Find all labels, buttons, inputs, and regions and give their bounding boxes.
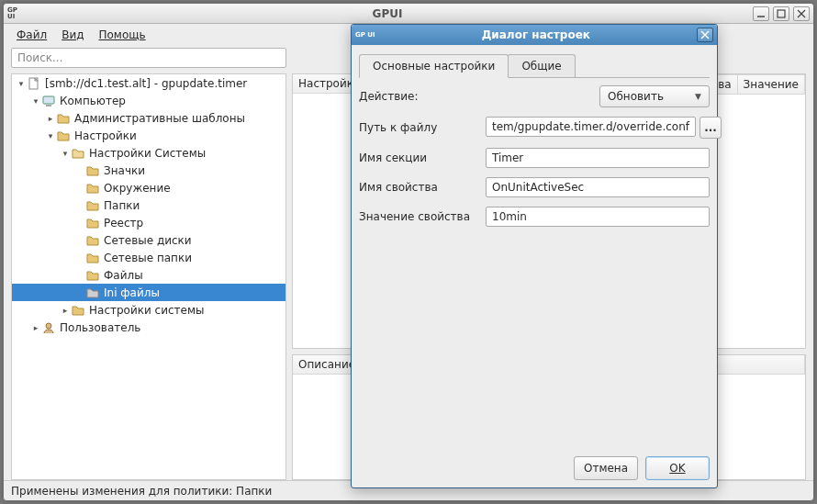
tree-label: Компьютер: [60, 95, 126, 107]
expand-icon[interactable]: ▸: [30, 323, 41, 332]
dialog-tabs: Основные настройки Общие: [359, 52, 710, 78]
tree-item-icons[interactable]: Значки: [12, 162, 285, 179]
label-property: Имя свойства: [359, 181, 478, 194]
folder-open-icon: [71, 146, 85, 161]
cancel-button[interactable]: Отмена: [574, 456, 638, 480]
tree-item-env[interactable]: Окружение: [12, 179, 285, 196]
tree-label: Окружение: [104, 182, 171, 195]
folder-icon: [85, 163, 100, 178]
path-value: tem/gpupdate.timer.d/override.conf: [492, 120, 689, 133]
folder-icon: [71, 303, 85, 318]
folder-icon: [56, 111, 71, 126]
menu-help[interactable]: Помощь: [93, 27, 151, 43]
window-title: GPUI: [26, 7, 749, 20]
tree-admin-templates[interactable]: ▸ Административные шаблоны: [12, 109, 285, 127]
section-value: Timer: [492, 151, 523, 164]
minimize-button[interactable]: [753, 6, 769, 21]
tab-common[interactable]: Общие: [508, 54, 575, 77]
label-action: Действие:: [359, 90, 478, 103]
svg-rect-1: [778, 10, 785, 17]
folder-icon: [85, 198, 100, 213]
expand-icon[interactable]: ▾: [45, 131, 56, 140]
label-value: Значение свойства: [359, 210, 478, 223]
titlebar: GP UI GPUI: [4, 4, 813, 24]
tree-label: Сетевые диски: [104, 234, 192, 247]
folder-icon: [85, 251, 100, 265]
tree-settings[interactable]: ▾ Настройки: [12, 127, 285, 144]
tree-root-label: [smb://dc1.test.alt] - gpupdate.timer: [45, 77, 247, 90]
maximize-button[interactable]: [773, 6, 789, 21]
tree-item-folders[interactable]: Папки: [12, 196, 285, 214]
tab-main[interactable]: Основные настройки: [359, 54, 509, 78]
action-select-value: Обновить: [608, 90, 664, 103]
tree-system-settings[interactable]: ▾ Настройки Системы: [12, 144, 285, 162]
expand-icon[interactable]: ▾: [60, 149, 71, 158]
path-input[interactable]: tem/gpupdate.timer.d/override.conf: [486, 117, 696, 137]
tree-item-ini[interactable]: Ini файлы: [12, 284, 285, 301]
tree-item-netfolders[interactable]: Сетевые папки: [12, 249, 285, 266]
settings-dialog: GP UI Диалог настроек Основные настройки…: [351, 24, 718, 488]
policy-tree[interactable]: ▾ [smb://dc1.test.alt] - gpupdate.timer …: [11, 73, 286, 480]
expand-icon[interactable]: ▾: [16, 79, 27, 88]
tree-item-files[interactable]: Файлы: [12, 266, 285, 284]
browse-button[interactable]: ...: [699, 117, 722, 139]
tree-label: Административные шаблоны: [74, 112, 245, 125]
document-icon: [27, 76, 41, 91]
tree-computer[interactable]: ▾ Компьютер: [12, 92, 285, 109]
tree-label: Файлы: [104, 269, 143, 282]
tree-root[interactable]: ▾ [smb://dc1.test.alt] - gpupdate.timer: [12, 74, 285, 92]
tree-label: Настройки системы: [89, 304, 204, 317]
label-path: Путь к файлу: [359, 121, 478, 134]
folder-icon: [85, 268, 100, 283]
tree-label: Ini файлы: [104, 286, 160, 299]
folder-icon: [56, 129, 71, 143]
tree-label: Реестр: [104, 217, 143, 230]
value-input[interactable]: 10min: [486, 207, 710, 227]
folder-icon: [85, 216, 100, 230]
search-input[interactable]: Поиск...: [11, 48, 286, 68]
label-section: Имя секции: [359, 151, 478, 164]
close-button[interactable]: [793, 6, 810, 21]
folder-icon: [85, 233, 100, 248]
property-value: OnUnitActiveSec: [492, 181, 584, 194]
tree-label: Пользователь: [60, 321, 140, 334]
folder-icon: [85, 181, 100, 196]
expand-icon[interactable]: ▸: [60, 306, 71, 315]
folder-icon: [85, 286, 100, 300]
dialog-titlebar: GP UI Диалог настроек: [352, 25, 717, 45]
tree-user[interactable]: ▸ Пользователь: [12, 319, 285, 336]
svg-rect-6: [46, 105, 51, 106]
ok-button[interactable]: OK: [645, 456, 710, 480]
expand-icon[interactable]: ▾: [30, 96, 41, 106]
tree-label: Настройки Системы: [89, 147, 206, 160]
tree-label: Настройки: [74, 129, 137, 142]
tree-item-registry[interactable]: Реестр: [12, 214, 285, 231]
svg-point-7: [46, 323, 51, 329]
search-placeholder: Поиск...: [17, 51, 62, 64]
menu-file[interactable]: Файл: [11, 27, 52, 43]
computer-icon: [41, 94, 56, 108]
dialog-title: Диалог настроек: [379, 28, 693, 41]
menu-view[interactable]: Вид: [56, 27, 89, 43]
tree-item-netdrives[interactable]: Сетевые диски: [12, 231, 285, 249]
tree-label: Значки: [104, 164, 145, 177]
section-input[interactable]: Timer: [486, 148, 710, 168]
user-icon: [41, 320, 56, 335]
tree-label: Сетевые папки: [104, 252, 192, 264]
tab-main-content: Действие: Обновить ▼ Путь к файлу tem/gp…: [359, 85, 710, 442]
value-value: 10min: [492, 210, 527, 223]
app-icon: GP UI: [7, 6, 22, 21]
svg-rect-5: [43, 96, 54, 104]
dialog-buttons: Отмена OK: [352, 449, 717, 487]
tree-system-settings-2[interactable]: ▸ Настройки системы: [12, 301, 285, 319]
value-header[interactable]: Значение: [737, 74, 805, 95]
status-text: Применены изменения для политики: Папки: [11, 485, 272, 498]
expand-icon[interactable]: ▸: [45, 114, 56, 123]
property-input[interactable]: OnUnitActiveSec: [486, 177, 710, 197]
action-select[interactable]: Обновить ▼: [599, 85, 710, 107]
app-icon: GP UI: [355, 32, 375, 39]
tree-label: Папки: [104, 199, 140, 212]
dialog-close-button[interactable]: [697, 28, 713, 42]
chevron-down-icon: ▼: [695, 92, 701, 101]
